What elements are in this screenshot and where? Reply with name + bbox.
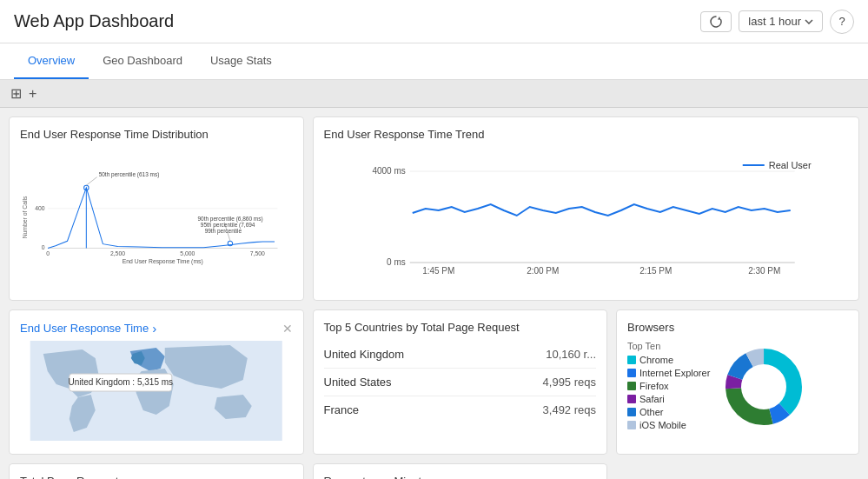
timerange-label: last 1 hour — [748, 15, 801, 28]
map-card: End User Response Time › ✕ United — [9, 309, 304, 455]
rpm-card: Requests per Minute Real User 800 Reqs/M… — [313, 463, 608, 479]
chrome-label: Chrome — [639, 355, 673, 365]
svg-text:United Kingdom : 5,315 ms: United Kingdom : 5,315 ms — [68, 377, 173, 387]
map-chevron-icon[interactable]: › — [152, 321, 156, 336]
dist-chart-svg: Number of Calls 400 0 0 2,500 5,000 7,50… — [20, 148, 293, 287]
browsers-legend: Top Ten Chrome Internet Explorer Firefox… — [627, 341, 710, 433]
svg-text:0: 0 — [46, 250, 50, 256]
dist-chart-card: End User Response Time Distribution Numb… — [9, 116, 304, 301]
svg-text:Real User: Real User — [768, 160, 811, 170]
svg-text:0 ms: 0 ms — [387, 257, 406, 267]
legend-subtitle: Top Ten — [627, 341, 710, 351]
svg-text:50th percentile (613 ms): 50th percentile (613 ms) — [99, 171, 160, 178]
world-map-svg: United Kingdom : 5,315 ms — [20, 341, 293, 441]
refresh-icon — [710, 16, 722, 28]
countries-card: Top 5 Countries by Total Page Request Un… — [313, 309, 608, 455]
country-name: United States — [324, 376, 392, 389]
safari-color — [627, 395, 636, 403]
chevron-down-icon — [805, 19, 813, 24]
country-name: United Kingdom — [324, 348, 405, 361]
chrome-color — [627, 356, 636, 364]
browsers-content: Top Ten Chrome Internet Explorer Firefox… — [627, 341, 848, 433]
rpm-title: Requests per Minute — [324, 475, 428, 479]
safari-label: Safari — [639, 394, 665, 404]
svg-text:2:30 PM: 2:30 PM — [748, 266, 780, 276]
donut-chart — [720, 343, 807, 430]
browsers-card: Browsers Top Ten Chrome Internet Explore… — [616, 309, 859, 455]
bottom-grid: Total Page Requests Requests per Minute … — [9, 463, 607, 479]
add-widget-icon[interactable]: + — [29, 86, 36, 102]
trend-chart-title: End User Response Time Trend — [324, 128, 849, 141]
country-name: France — [324, 403, 359, 416]
legend-item-safari: Safari — [627, 394, 710, 404]
svg-text:2,500: 2,500 — [110, 250, 125, 256]
svg-text:5,000: 5,000 — [180, 250, 195, 256]
svg-text:2:15 PM: 2:15 PM — [639, 266, 672, 276]
ios-label: iOS Mobile — [639, 420, 686, 430]
toolbar: ⊞ + — [0, 80, 868, 108]
tab-overview[interactable]: Overview — [14, 43, 89, 79]
trend-chart-card: End User Response Time Trend 4000 ms 0 m… — [313, 116, 860, 301]
svg-text:4000 ms: 4000 ms — [372, 166, 405, 176]
dist-chart-title: End User Response Time Distribution — [20, 128, 293, 141]
tabs-bar: Overview Geo Dashboard Usage Stats — [0, 43, 868, 80]
legend-item-firefox: Firefox — [627, 381, 710, 391]
tab-usage-stats[interactable]: Usage Stats — [196, 43, 286, 79]
svg-text:99th percentile: 99th percentile — [205, 228, 242, 235]
ie-label: Internet Explorer — [639, 368, 710, 378]
svg-text:0: 0 — [42, 244, 45, 250]
ie-color — [627, 369, 636, 377]
map-card-title: End User Response Time — [20, 322, 149, 335]
total-requests-card: Total Page Requests — [9, 463, 304, 479]
trend-chart-svg: 4000 ms 0 ms 1:45 PM 2:00 PM 2:15 PM 2:3… — [324, 148, 849, 287]
country-value: 4,995 reqs — [543, 376, 596, 389]
map-close-button[interactable]: ✕ — [282, 322, 293, 336]
timerange-button[interactable]: last 1 hour — [739, 10, 823, 32]
other-label: Other — [639, 407, 664, 417]
firefox-color — [627, 382, 636, 390]
total-requests-title: Total Page Requests — [20, 475, 293, 479]
country-value: 10,160 r... — [546, 348, 596, 361]
country-value: 3,492 reqs — [543, 403, 596, 416]
legend-item-ios: iOS Mobile — [627, 420, 710, 430]
countries-title: Top 5 Countries by Total Page Request — [324, 321, 597, 334]
svg-line-13 — [86, 177, 96, 186]
help-button[interactable]: ? — [830, 10, 854, 34]
country-row: France 3,492 reqs — [324, 396, 597, 423]
grid-icon[interactable]: ⊞ — [10, 85, 22, 102]
legend-item-ie: Internet Explorer — [627, 368, 710, 378]
refresh-button[interactable] — [700, 11, 732, 32]
svg-text:7,500: 7,500 — [250, 250, 265, 256]
country-row: United Kingdom 10,160 r... — [324, 341, 597, 369]
svg-text:1:45 PM: 1:45 PM — [422, 266, 454, 276]
svg-point-40 — [743, 366, 785, 408]
header: Web App Dashboard last 1 hour ? — [0, 0, 868, 43]
svg-text:400: 400 — [35, 205, 45, 211]
dashboard: End User Response Time Distribution Numb… — [0, 108, 868, 479]
countries-list: United Kingdom 10,160 r... United States… — [324, 341, 597, 423]
tab-geo-dashboard[interactable]: Geo Dashboard — [89, 43, 196, 79]
svg-text:End User Response Time (ms): End User Response Time (ms) — [123, 258, 203, 265]
legend-item-other: Other — [627, 407, 710, 417]
page-title: Web App Dashboard — [14, 11, 174, 31]
other-color — [627, 408, 636, 416]
firefox-label: Firefox — [639, 381, 669, 391]
header-controls: last 1 hour ? — [700, 10, 854, 34]
svg-text:2:00 PM: 2:00 PM — [527, 266, 559, 276]
country-row: United States 4,995 reqs — [324, 369, 597, 396]
legend-item-chrome: Chrome — [627, 355, 710, 365]
browsers-title: Browsers — [627, 321, 848, 334]
svg-text:Number of Calls: Number of Calls — [22, 196, 28, 238]
ios-color — [627, 421, 636, 429]
